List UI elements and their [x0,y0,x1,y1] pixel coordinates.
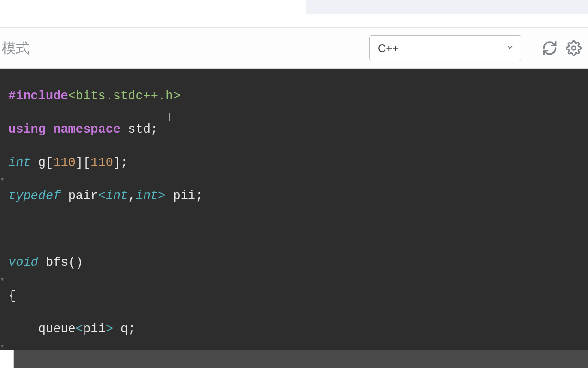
top-strip [0,0,588,28]
fold-marker-icon[interactable]: ▾ [1,177,4,182]
code-line[interactable]: void bfs() [8,254,588,271]
mode-label: 模式 [0,39,30,58]
fold-marker-icon[interactable]: ▾ [1,343,4,349]
code-line[interactable]: { [8,288,588,304]
editor-gutter: ▾ ▾ ▾ [0,69,7,350]
code-content[interactable]: #include<bits.stdc++.h> using namespace … [8,71,588,350]
fold-marker-icon[interactable]: ▾ [1,276,4,282]
bottom-bar [0,350,588,368]
horizontal-scrollbar[interactable] [14,350,588,368]
code-editor[interactable]: ▾ ▾ ▾ I #include<bits.stdc++.h> using na… [0,69,588,350]
gear-icon[interactable] [565,39,582,57]
language-select[interactable]: C++ [369,35,521,61]
code-line[interactable]: typedef pair<int,int> pii; [8,188,588,204]
refresh-icon[interactable] [541,39,558,57]
code-line[interactable] [8,221,588,238]
editor-toolbar: 模式 C++ [0,28,588,69]
code-line[interactable]: queue<pii> q; [8,321,588,337]
code-line[interactable]: int g[110][110]; [8,154,588,171]
language-select-wrap: C++ [369,35,521,61]
code-line[interactable]: using namespace std; [8,121,588,138]
code-line[interactable]: #include<bits.stdc++.h> [8,88,588,104]
top-right-panel [306,0,588,14]
svg-point-0 [572,46,576,50]
bottom-left-panel [0,350,14,368]
